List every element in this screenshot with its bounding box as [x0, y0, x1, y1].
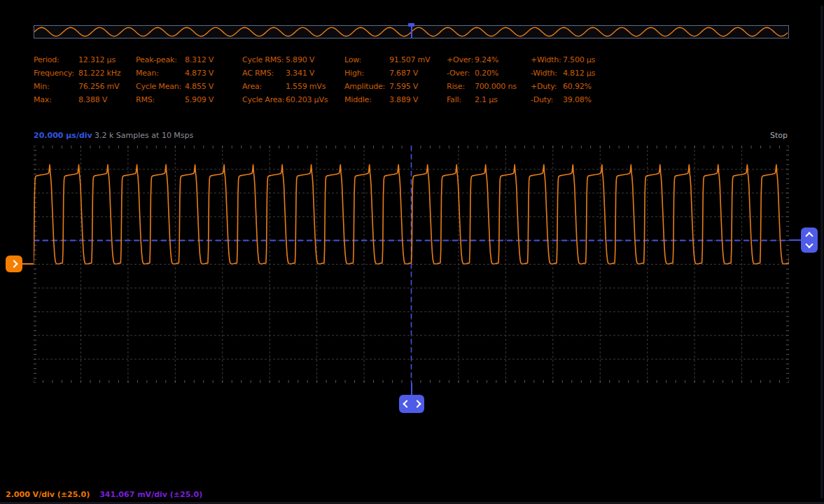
- ch1-offset-line: [21, 263, 34, 265]
- chevron-down-icon: [805, 240, 813, 248]
- ch1-scale-label[interactable]: 2.000 V/div (±25.0): [6, 490, 90, 499]
- measurement-label: Max:: [34, 95, 78, 104]
- samples-label: 3.2 k Samples at 10 Msps: [95, 131, 193, 140]
- trigger-level-handle[interactable]: [801, 227, 818, 253]
- ch1-offset-handle[interactable]: [6, 255, 22, 272]
- measurement-value: 4.855 V: [185, 82, 242, 91]
- measurement-value: 5.890 V: [286, 55, 344, 64]
- chevron-right-icon: [10, 260, 18, 267]
- measurement-value: 7.500 µs: [563, 55, 612, 64]
- measurement-label: AC RMS:: [242, 69, 286, 78]
- measurement-value: 4.873 V: [185, 69, 242, 78]
- plot-area[interactable]: [34, 146, 789, 383]
- measurement-label: Mean:: [136, 69, 185, 78]
- chevron-right-icon: [413, 400, 421, 407]
- trigger-hpos-line: [411, 383, 412, 396]
- measurement-value: 60.203 µVs: [286, 95, 344, 104]
- measurements-panel: Period:12.312 µsPeak-peak:8.312 VCycle R…: [34, 53, 612, 106]
- oscilloscope-app: Period:12.312 µsPeak-peak:8.312 VCycle R…: [0, 0, 824, 504]
- measurement-label: Min:: [34, 82, 78, 91]
- measurement-label: Cycle RMS:: [242, 55, 286, 64]
- timebase-label: 20.000 µs/div: [34, 131, 92, 140]
- measurement-value: 12.312 µs: [78, 55, 136, 64]
- measurement-label: RMS:: [136, 95, 185, 104]
- measurement-value: 9.24%: [475, 55, 531, 64]
- measurement-label: -Over:: [447, 69, 475, 78]
- ch2-scale-label[interactable]: 341.067 mV/div (±25.0): [99, 490, 202, 499]
- measurement-label: Fall:: [447, 95, 475, 104]
- chevron-left-icon: [403, 400, 410, 407]
- scrollbar-track[interactable]: [820, 6, 823, 498]
- measurement-label: Rise:: [447, 82, 475, 91]
- trigger-level-line: [789, 239, 802, 241]
- trigger-position-pin-line: [411, 26, 412, 38]
- measurement-label: -Width:: [531, 69, 563, 78]
- measurement-label: -Duty:: [531, 95, 563, 104]
- measurement-label: Period:: [34, 55, 78, 64]
- measurement-value: 39.08%: [563, 95, 612, 104]
- measurement-value: 8.312 V: [185, 55, 242, 64]
- acquisition-status: Stop: [770, 131, 788, 140]
- measurement-value: 700.000 ns: [475, 82, 531, 91]
- measurement-label: +Over:: [447, 55, 475, 64]
- measurement-label: +Duty:: [531, 82, 563, 91]
- measurement-value: 2.1 µs: [475, 95, 531, 104]
- measurement-label: Frequency:: [34, 69, 78, 78]
- measurement-value: 4.812 µs: [563, 69, 612, 78]
- measurement-label: Cycle Area:: [242, 95, 286, 104]
- measurement-label: Middle:: [344, 95, 389, 104]
- measurement-label: High:: [344, 69, 389, 78]
- measurement-value: 3.889 V: [389, 95, 447, 104]
- measurement-value: 76.256 mV: [78, 82, 136, 91]
- trigger-hpos-handle[interactable]: [399, 395, 424, 413]
- plot-toolbar: 20.000 µs/div 3.2 k Samples at 10 Msps S…: [0, 131, 824, 142]
- measurement-label: Amplitude:: [344, 82, 389, 91]
- channel-scale-bar: 2.000 V/div (±25.0) 341.067 mV/div (±25.…: [6, 490, 202, 499]
- measurement-label: Cycle Mean:: [136, 82, 185, 91]
- measurement-value: 0.20%: [475, 69, 531, 78]
- measurement-value: 5.909 V: [185, 95, 242, 104]
- measurement-value: 7.595 V: [389, 82, 447, 91]
- measurement-value: 60.92%: [563, 82, 612, 91]
- measurement-label: Area:: [242, 82, 286, 91]
- measurement-value: 1.559 mVs: [286, 82, 344, 91]
- measurement-value: 3.341 V: [286, 69, 344, 78]
- measurement-value: 81.222 kHz: [78, 69, 136, 78]
- measurement-value: 8.388 V: [78, 95, 136, 104]
- measurement-value: 91.507 mV: [389, 55, 447, 64]
- chevron-up-icon: [805, 232, 813, 239]
- measurement-label: +Width:: [531, 55, 563, 64]
- measurement-value: 7.687 V: [389, 69, 447, 78]
- measurement-label: Peak-peak:: [136, 55, 185, 64]
- measurement-label: Low:: [344, 55, 389, 64]
